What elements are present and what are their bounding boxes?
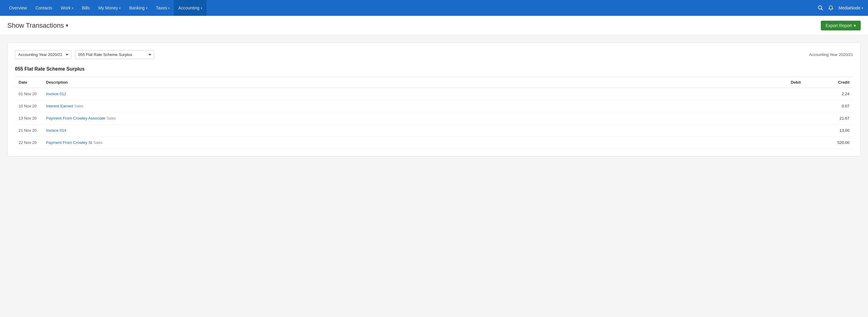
transaction-link[interactable]: Invoice 014	[46, 128, 66, 133]
user-menu[interactable]: MediaNode ▾	[838, 5, 863, 10]
cell-description: Payment From Crowley AssociateSales	[42, 112, 755, 125]
table-header: Date Description Debit Credit	[15, 77, 853, 88]
banking-dropdown-icon: ▾	[146, 6, 147, 10]
nav-item-contacts[interactable]: Contacts	[31, 0, 56, 16]
page-header: Show Transactions ▾ Export Report ▾	[0, 16, 868, 35]
transaction-link[interactable]: Invoice 012	[46, 92, 66, 96]
cell-debit	[755, 137, 804, 149]
accounting-dropdown-icon: ▾	[201, 6, 202, 10]
account-filter-select[interactable]: 055 Flat Rate Scheme Surplus001 Business…	[75, 50, 154, 59]
export-dropdown-icon: ▾	[854, 23, 856, 28]
cell-debit	[755, 125, 804, 137]
cell-date: 21 Nov 20	[15, 125, 42, 137]
cell-debit	[755, 112, 804, 125]
filters-left: Accounting Year 2020/21Accounting Year 2…	[15, 50, 154, 59]
section-title: 055 Flat Rate Scheme Surplus	[15, 66, 853, 72]
cell-credit: 13.00	[804, 125, 853, 137]
col-date: Date	[15, 77, 42, 88]
transactions-table: Date Description Debit Credit 01 Nov 20I…	[15, 77, 853, 149]
cell-description: Interest EarnedSales	[42, 100, 755, 112]
cell-credit: 2.24	[804, 88, 853, 100]
table-row: 21 Nov 20Invoice 01413.00	[15, 125, 853, 137]
cell-description: Invoice 014	[42, 125, 755, 137]
cell-debit	[755, 88, 804, 100]
svg-line-1	[822, 9, 823, 10]
cell-credit: 0.07	[804, 100, 853, 112]
cell-credit: 21.67	[804, 112, 853, 125]
cell-date: 13 Nov 20	[15, 112, 42, 125]
cell-date: 10 Nov 20	[15, 100, 42, 112]
content-area: Accounting Year 2020/21Accounting Year 2…	[0, 35, 868, 317]
table-row: 10 Nov 20Interest EarnedSales0.07	[15, 100, 853, 112]
nav-item-bills[interactable]: Bills	[78, 0, 94, 16]
date-range-label: Accounting Year 2020/21	[809, 52, 853, 57]
table-row: 22 Nov 20Payment From Crowley StSales520…	[15, 137, 853, 149]
user-dropdown-icon: ▾	[862, 6, 863, 10]
filters-row: Accounting Year 2020/21Accounting Year 2…	[15, 50, 853, 59]
nav-right-actions: MediaNode ▾	[818, 5, 863, 11]
nav-item-accounting[interactable]: Accounting ▾	[174, 0, 206, 16]
search-icon[interactable]	[818, 5, 823, 11]
nav-item-work[interactable]: Work ▾	[57, 0, 78, 16]
col-debit: Debit	[755, 77, 804, 88]
nav-item-mymoney[interactable]: My Money ▾	[94, 0, 125, 16]
mymoney-dropdown-icon: ▾	[119, 6, 121, 10]
cell-description: Payment From Crowley StSales	[42, 137, 755, 149]
show-transactions-dropdown-icon: ▾	[66, 23, 68, 28]
cell-description: Invoice 012	[42, 88, 755, 100]
cell-debit	[755, 100, 804, 112]
bell-icon[interactable]	[828, 5, 834, 11]
nav-item-banking[interactable]: Banking ▾	[125, 0, 152, 16]
cell-date: 22 Nov 20	[15, 137, 42, 149]
page-title[interactable]: Show Transactions ▾	[7, 22, 68, 30]
year-filter-select[interactable]: Accounting Year 2020/21Accounting Year 2…	[15, 50, 71, 59]
nav-item-taxes[interactable]: Taxes ▾	[152, 0, 174, 16]
table-body: 01 Nov 20Invoice 0122.2410 Nov 20Interes…	[15, 88, 853, 149]
col-credit: Credit	[804, 77, 853, 88]
col-description: Description	[42, 77, 755, 88]
table-row: 13 Nov 20Payment From Crowley AssociateS…	[15, 112, 853, 125]
cell-date: 01 Nov 20	[15, 88, 42, 100]
work-dropdown-icon: ▾	[72, 6, 73, 10]
transaction-link[interactable]: Interest Earned	[46, 104, 73, 108]
transaction-tag: Sales	[106, 116, 116, 120]
transaction-tag: Sales	[93, 141, 103, 145]
transaction-link[interactable]: Payment From Crowley Associate	[46, 116, 105, 120]
nav-item-overview[interactable]: Overview	[5, 0, 31, 16]
navigation-bar: Overview Contacts Work ▾ Bills My Money …	[0, 0, 868, 16]
transaction-tag: Sales	[74, 104, 84, 108]
transaction-link[interactable]: Payment From Crowley St	[46, 140, 92, 145]
table-row: 01 Nov 20Invoice 0122.24	[15, 88, 853, 100]
cell-credit: 520.00	[804, 137, 853, 149]
main-card: Accounting Year 2020/21Accounting Year 2…	[7, 43, 861, 156]
taxes-dropdown-icon: ▾	[168, 6, 169, 10]
export-report-button[interactable]: Export Report ▾	[821, 21, 861, 30]
